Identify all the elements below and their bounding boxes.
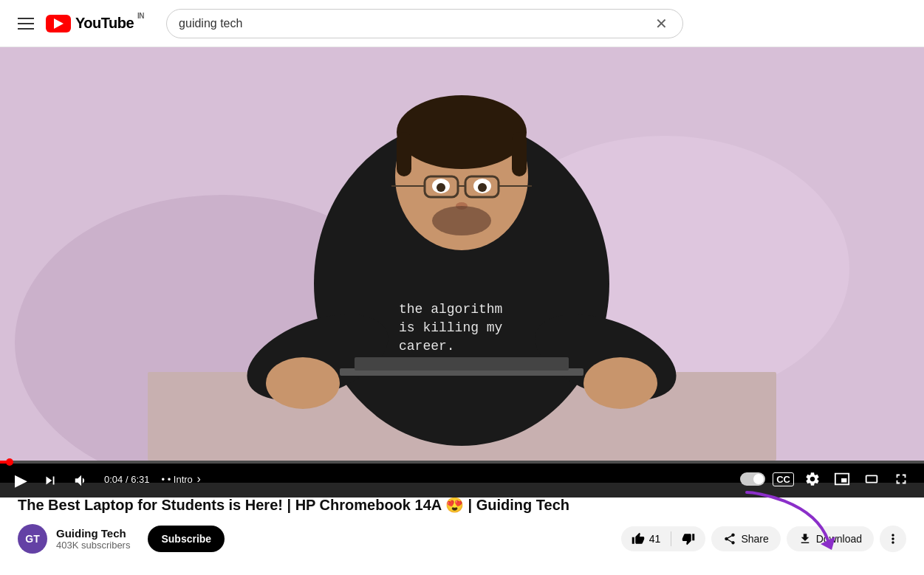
play-button[interactable]: ▶ [12,468,30,493]
svg-rect-9 [397,132,411,176]
svg-point-28 [584,357,657,409]
main-content: GT [0,47,924,562]
hamburger-menu-button[interactable] [12,12,40,35]
video-title: The Best Laptop for Students is Here! | … [18,495,906,515]
theater-button[interactable] [860,468,883,490]
volume-button[interactable] [70,469,92,492]
search-clear-button[interactable]: ✕ [652,15,671,32]
header: YouTubeIN ✕ [0,0,924,47]
svg-point-8 [397,95,527,169]
autoplay-area [740,472,765,486]
dislike-button[interactable] [671,526,705,551]
miniplayer-button[interactable] [831,468,853,490]
video-background-svg: the algorithm is killing my career. [0,47,924,461]
download-button[interactable]: Download [787,526,874,551]
video-meta-row: GT Guiding Tech 403K subscribers Subscri… [18,524,906,554]
channel-info: GT Guiding Tech 403K subscribers Subscri… [18,524,225,554]
video-container: GT [0,47,924,483]
next-button[interactable] [39,469,61,492]
youtube-icon [46,15,71,32]
search-bar: ✕ [166,9,683,38]
action-buttons: 41 Share [621,526,906,552]
video-frame[interactable]: GT [0,47,924,461]
chapter-badge: • • Intro › [161,472,200,486]
svg-point-27 [266,357,340,409]
more-options-button[interactable] [880,526,906,552]
channel-avatar[interactable]: GT [18,524,47,554]
channel-details: Guiding Tech 403K subscribers [56,527,130,551]
svg-text:is killing my: is killing my [399,320,503,335]
progress-fill [0,461,10,464]
like-button[interactable]: 41 [621,526,671,551]
youtube-logo[interactable]: YouTubeIN [46,15,134,32]
time-display: 0:04 / 6:31 [104,474,149,485]
channel-name[interactable]: Guiding Tech [56,527,130,540]
subscribe-button[interactable]: Subscribe [148,526,225,552]
svg-point-21 [432,206,491,235]
progress-bar-area[interactable] [0,461,924,464]
logo-text: YouTubeIN [75,15,134,32]
svg-point-19 [478,183,487,192]
autoplay-toggle[interactable] [740,472,765,486]
svg-rect-10 [512,132,527,176]
fullscreen-button[interactable] [890,468,912,490]
svg-text:career.: career. [399,339,455,354]
search-input[interactable] [179,17,652,30]
share-button[interactable]: Share [711,526,780,551]
right-controls: CC [740,468,912,490]
like-dislike-group: 41 [621,526,706,551]
cc-button[interactable]: CC [773,472,794,486]
channel-subscribers: 403K subscribers [56,540,130,551]
svg-rect-30 [355,357,569,371]
video-controls-bar: ▶ 0:04 / 6:31 • • In [0,461,924,497]
svg-text:the algorithm: the algorithm [399,302,502,317]
svg-point-18 [437,183,445,192]
settings-button[interactable] [801,468,824,490]
